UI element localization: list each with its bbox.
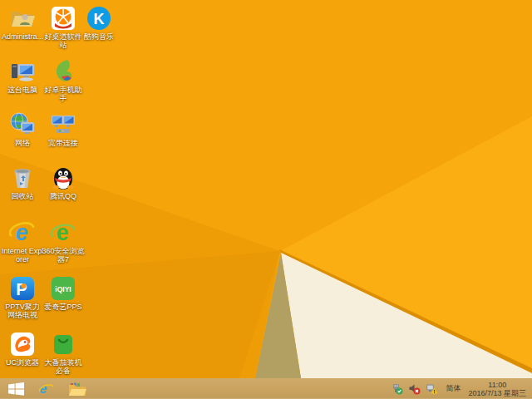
desktop-icon-label: 宽带连接 — [48, 139, 78, 147]
pptv-icon: P — [9, 275, 36, 302]
internet-explorer-icon: e — [9, 219, 36, 246]
desktop-icon-qq[interactable]: 腾讯QQ — [42, 165, 85, 200]
desktop-icon-kugou[interactable]: K 酷狗音乐 — [77, 5, 121, 41]
desktop-icon-internet-explorer[interactable]: e Internet Explorer — [1, 219, 44, 264]
svg-text:P: P — [16, 280, 27, 298]
360-browser-icon: e — [50, 219, 76, 246]
desktop-icon-broadband[interactable]: 宽带连接 — [42, 111, 85, 147]
taskbar-file-explorer-button[interactable] — [68, 380, 86, 398]
desktop-icon-haozhuo-assistant[interactable]: 好卓手机助手 — [42, 58, 85, 102]
clock-date: 2016/7/13 星期三 — [468, 389, 526, 397]
desktop-icon-label: Internet Explorer — [1, 247, 44, 264]
desktop-icon-label: 这台电脑 — [7, 86, 37, 94]
network-globe-icon — [9, 111, 36, 138]
tray-usb-icon[interactable] — [391, 382, 403, 395]
kugou-music-icon: K — [86, 5, 112, 32]
qq-penguin-icon — [50, 165, 76, 191]
haozhuo-assistant-swirl-icon — [50, 58, 76, 85]
administrator-folder-icon — [9, 5, 36, 32]
tray-network-warning-icon[interactable] — [426, 382, 438, 395]
desktop-icon-label: UC浏览器 — [6, 358, 39, 367]
svg-text:e: e — [56, 220, 68, 245]
desktop-icon-360-browser[interactable]: e 360安全浏览器7 — [42, 219, 85, 264]
taskbar-ie-button[interactable]: e — [37, 380, 56, 398]
svg-text:iQIYI: iQIYI — [55, 285, 71, 293]
broadband-connection-icon — [50, 111, 76, 138]
tomato-bag-icon — [50, 331, 76, 357]
windows-logo-icon — [8, 382, 24, 396]
desktop-icon-label: 360安全浏览器7 — [42, 247, 85, 264]
clock-time: 11:00 — [468, 381, 526, 389]
uc-browser-squirrel-icon — [9, 331, 36, 357]
taskbar-tray: 简体 11:00 2016/7/13 星期三 — [391, 381, 532, 397]
desktop-icon-label: 爱奇艺PPS — [44, 303, 81, 311]
desktop-icon-iqiyi[interactable]: iQIYI 爱奇艺PPS — [42, 275, 85, 311]
ie-swoosh-icon — [39, 382, 54, 397]
desktop-icon-label: 回收站 — [12, 192, 34, 200]
desktop: Administra... 好桌道软件站 K 酷狗音乐 — [0, 0, 532, 399]
desktop-icon-this-pc[interactable]: 这台电脑 — [1, 58, 44, 94]
desktop-icon-pptv[interactable]: P PPTV聚力 网络电视 — [1, 275, 44, 319]
recycle-bin-icon — [9, 165, 36, 191]
desktop-icon-label: 腾讯QQ — [50, 192, 76, 200]
taskbar: e — [0, 378, 532, 399]
desktop-icon-uc-browser[interactable]: UC浏览器 — [1, 331, 44, 367]
svg-text:K: K — [94, 11, 105, 27]
tray-volume-muted-icon[interactable] — [408, 382, 421, 395]
taskbar-left: e — [0, 380, 86, 398]
file-explorer-folder-icon — [68, 382, 86, 397]
desktop-icon-label: Administra... — [2, 32, 43, 41]
ime-indicator[interactable]: 简体 — [443, 383, 463, 394]
start-button[interactable] — [7, 380, 25, 398]
desktop-icon-tomato[interactable]: 大番茄装机必备 — [42, 331, 85, 375]
desktop-icon-label: 酷狗音乐 — [84, 32, 114, 41]
taskbar-clock[interactable]: 11:00 2016/7/13 星期三 — [468, 381, 528, 397]
desktop-icon-label: 网络 — [15, 139, 30, 147]
desktop-icon-recycle-bin[interactable]: 回收站 — [1, 165, 44, 200]
iqiyi-icon: iQIYI — [50, 275, 76, 302]
desktop-icon-label: PPTV聚力 网络电视 — [1, 303, 44, 319]
desktop-icon-network[interactable]: 网络 — [1, 111, 44, 147]
desktop-icon-administrator[interactable]: Administra... — [1, 5, 44, 41]
desktop-icon-label: 大番茄装机必备 — [42, 358, 85, 375]
desktop-icon-label: 好卓手机助手 — [42, 86, 85, 102]
this-pc-icon — [9, 58, 36, 85]
haozhuodao-citrus-icon — [50, 5, 76, 32]
